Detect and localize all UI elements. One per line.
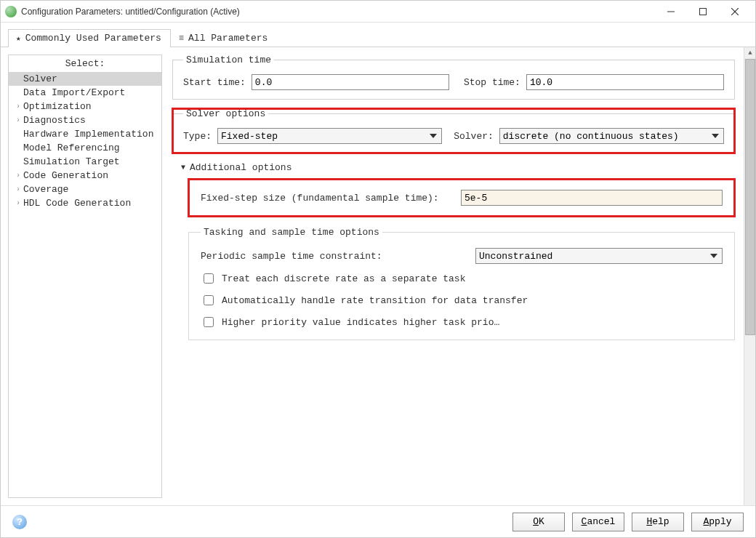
scroll-thumb[interactable] bbox=[745, 59, 755, 335]
chevron-right-icon[interactable]: › bbox=[13, 103, 23, 111]
sidebar-item-label: Solver bbox=[23, 73, 57, 84]
checkbox-label: Higher priority value indicates higher t… bbox=[222, 317, 499, 328]
periodic-constraint-label: Periodic sample time constraint: bbox=[201, 251, 470, 262]
stop-time-label: Stop time: bbox=[464, 77, 520, 88]
sidebar-item-code-generation[interactable]: › Code Generation bbox=[9, 169, 161, 182]
content-panel: Simulation time Start time: Stop time: S… bbox=[162, 47, 755, 505]
additional-options-toggle[interactable]: ▼ Additional options bbox=[181, 162, 735, 173]
start-time-input[interactable] bbox=[252, 74, 449, 90]
fixed-step-size-label: Fixed-step size (fundamental sample time… bbox=[201, 193, 455, 204]
sidebar-item-solver[interactable]: Solver bbox=[9, 72, 161, 86]
tab-all-parameters[interactable]: ≡ All Parameters bbox=[171, 29, 277, 47]
fixed-step-box: Fixed-step size (fundamental sample time… bbox=[188, 179, 735, 217]
sidebar-item-optimization[interactable]: › Optimization bbox=[9, 100, 161, 113]
solver-type-select[interactable]: Fixed-step bbox=[217, 128, 442, 144]
chevron-right-icon[interactable]: › bbox=[13, 199, 23, 207]
sidebar-item-coverage[interactable]: › Coverage bbox=[9, 182, 161, 196]
ok-button[interactable]: OK bbox=[512, 513, 565, 531]
simulation-time-group: Simulation time Start time: Stop time: bbox=[172, 55, 735, 100]
maximize-button[interactable] bbox=[687, 1, 719, 23]
tab-label: Commonly Used Parameters bbox=[25, 33, 161, 44]
bottom-bar: ? OK Cancel Help Apply bbox=[1, 505, 755, 537]
solver-options-legend: Solver options bbox=[183, 108, 268, 119]
sidebar-tree: Solver Data Import/Export › Optimization… bbox=[9, 72, 161, 214]
sidebar-item-label: Code Generation bbox=[23, 170, 108, 181]
solver-options-group: Solver options Type: Fixed-step Solver: … bbox=[172, 108, 735, 153]
solver-select[interactable]: discrete (no continuous states) bbox=[499, 128, 724, 144]
sidebar-item-diagnostics[interactable]: › Diagnostics bbox=[9, 113, 161, 127]
help-icon[interactable]: ? bbox=[12, 515, 27, 529]
sidebar-item-label: Data Import/Export bbox=[23, 87, 125, 98]
sidebar-item-label: Model Referencing bbox=[23, 142, 120, 153]
sidebar-item-data-import-export[interactable]: Data Import/Export bbox=[9, 86, 161, 100]
main-area: Select: Solver Data Import/Export › Opti… bbox=[1, 47, 755, 505]
stop-time-input[interactable] bbox=[526, 74, 724, 90]
triangle-down-icon: ▼ bbox=[181, 164, 185, 172]
sidebar-item-hardware-implementation[interactable]: Hardware Implementation bbox=[9, 127, 161, 141]
tasking-options-group: Tasking and sample time options Periodic… bbox=[188, 227, 735, 340]
sidebar-item-hdl-code-generation[interactable]: › HDL Code Generation bbox=[9, 196, 161, 210]
sidebar-item-label: Simulation Target bbox=[23, 156, 120, 167]
tab-commonly-used-parameters[interactable]: ★ Commonly Used Parameters bbox=[8, 29, 171, 47]
sidebar-item-label: Hardware Implementation bbox=[23, 129, 153, 140]
cancel-button[interactable]: Cancel bbox=[572, 513, 624, 531]
simulation-time-legend: Simulation time bbox=[183, 55, 274, 65]
sidebar-item-model-referencing[interactable]: Model Referencing bbox=[9, 141, 161, 155]
titlebar: Configuration Parameters: untitled/Confi… bbox=[1, 1, 755, 23]
sidebar-item-simulation-target[interactable]: Simulation Target bbox=[9, 155, 161, 169]
checkbox-label: Automatically handle rate transition for… bbox=[222, 295, 528, 306]
help-button[interactable]: Help bbox=[632, 513, 684, 531]
tabstrip: ★ Commonly Used Parameters ≡ All Paramet… bbox=[1, 23, 755, 47]
start-time-label: Start time: bbox=[183, 77, 246, 88]
solver-type-label: Type: bbox=[183, 131, 212, 142]
star-icon: ★ bbox=[16, 33, 21, 43]
higher-priority-checkbox[interactable] bbox=[204, 317, 214, 327]
treat-discrete-rate-checkbox[interactable] bbox=[204, 273, 214, 284]
apply-button[interactable]: Apply bbox=[691, 513, 744, 531]
fixed-step-size-input[interactable] bbox=[461, 190, 723, 206]
chevron-right-icon[interactable]: › bbox=[13, 172, 23, 180]
sidebar-item-label: Optimization bbox=[23, 101, 92, 112]
sidebar-heading: Select: bbox=[9, 55, 161, 72]
sidebar-item-label: Diagnostics bbox=[23, 115, 86, 126]
window-controls bbox=[655, 1, 751, 23]
svg-rect-1 bbox=[700, 8, 707, 15]
solver-label: Solver: bbox=[454, 131, 494, 142]
sidebar: Select: Solver Data Import/Export › Opti… bbox=[8, 55, 162, 498]
periodic-constraint-select[interactable]: Unconstrained bbox=[475, 248, 723, 264]
auto-rate-transition-checkbox[interactable] bbox=[204, 295, 214, 305]
close-button[interactable] bbox=[719, 1, 751, 23]
sidebar-item-label: HDL Code Generation bbox=[23, 198, 131, 209]
vertical-scrollbar[interactable]: ▲ bbox=[744, 47, 755, 505]
checkbox-label: Treat each discrete rate as a separate t… bbox=[222, 273, 465, 284]
sidebar-item-label: Coverage bbox=[23, 184, 68, 195]
list-icon: ≡ bbox=[179, 33, 184, 44]
minimize-button[interactable] bbox=[655, 1, 687, 23]
chevron-right-icon[interactable]: › bbox=[13, 116, 23, 124]
additional-options-label: Additional options bbox=[190, 162, 291, 173]
app-icon bbox=[5, 6, 17, 17]
window-title: Configuration Parameters: untitled/Confi… bbox=[21, 7, 655, 17]
tasking-legend: Tasking and sample time options bbox=[201, 227, 382, 238]
chevron-right-icon[interactable]: › bbox=[13, 185, 23, 193]
scroll-up-icon[interactable]: ▲ bbox=[744, 47, 756, 59]
tab-label: All Parameters bbox=[188, 33, 268, 44]
